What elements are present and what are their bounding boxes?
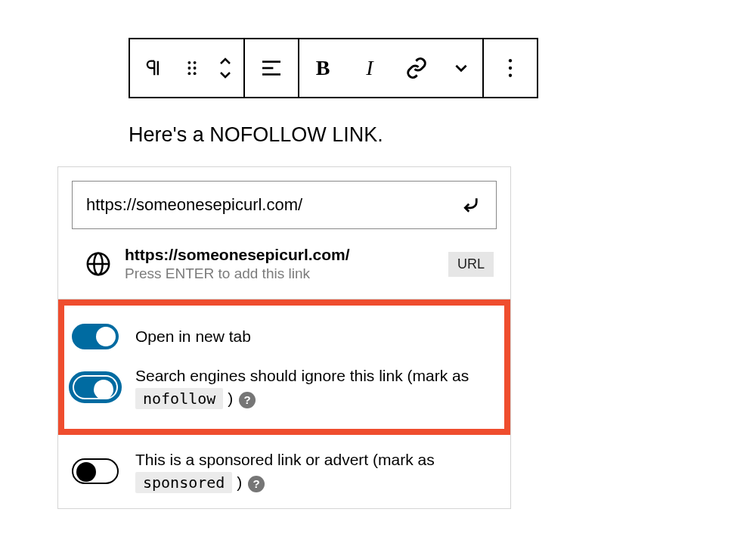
- toggle-open-new-tab[interactable]: [72, 324, 119, 349]
- help-icon[interactable]: ?: [248, 476, 265, 492]
- toggle-label-sponsored: This is a sponsored link or advert (mark…: [135, 449, 497, 495]
- enter-icon: [460, 194, 483, 216]
- toolbar-group-block: [130, 39, 245, 97]
- url-badge: URL: [448, 252, 494, 277]
- link-suggestion[interactable]: https://someonesepicurl.com/ Press ENTER…: [72, 246, 497, 299]
- globe-icon: [85, 251, 111, 277]
- svg-point-3: [194, 67, 197, 70]
- bold-button[interactable]: B: [299, 39, 346, 97]
- svg-point-11: [509, 74, 512, 77]
- url-input[interactable]: [85, 194, 457, 216]
- svg-point-1: [194, 61, 197, 64]
- svg-point-4: [187, 72, 191, 75]
- paragraph-block-button[interactable]: [130, 39, 177, 97]
- suggestion-url: https://someonesepicurl.com/: [125, 246, 441, 264]
- more-rich-text-button[interactable]: [440, 39, 482, 97]
- align-left-icon: [260, 59, 283, 77]
- help-icon[interactable]: ?: [239, 392, 256, 408]
- chevron-up-down-icon: [218, 57, 233, 79]
- italic-icon: I: [366, 56, 373, 80]
- link-settings-popover: https://someonesepicurl.com/ Press ENTER…: [57, 166, 511, 509]
- toggle-row-nofollow: Search engines should ignore this link (…: [72, 357, 497, 418]
- drag-handle-button[interactable]: [177, 39, 207, 97]
- submit-link-button[interactable]: [457, 190, 487, 220]
- more-vertical-icon: [507, 58, 513, 78]
- paragraph-icon: [143, 57, 164, 79]
- url-input-container: [72, 181, 497, 229]
- svg-point-5: [194, 72, 197, 75]
- toggle-sponsored[interactable]: [72, 458, 119, 484]
- toggle-nofollow[interactable]: [69, 371, 122, 403]
- options-button[interactable]: [484, 39, 537, 97]
- svg-point-9: [509, 59, 512, 62]
- suggestion-text: https://someonesepicurl.com/ Press ENTER…: [125, 246, 441, 282]
- svg-point-2: [187, 67, 191, 70]
- toolbar-group-options: [484, 39, 537, 97]
- italic-button[interactable]: I: [346, 39, 393, 97]
- link-button[interactable]: [393, 39, 440, 97]
- sponsored-code: sponsored: [135, 472, 232, 493]
- suggestion-hint: Press ENTER to add this link: [125, 265, 441, 282]
- nofollow-code: nofollow: [135, 388, 223, 409]
- toolbar-group-format: B I: [299, 39, 484, 97]
- paragraph-content[interactable]: Here's a NOFOLLOW LINK.: [129, 123, 383, 147]
- link-icon: [405, 57, 428, 79]
- drag-icon: [184, 59, 200, 77]
- align-button[interactable]: [245, 39, 298, 97]
- highlighted-toggles: Open in new tab Search engines should ig…: [58, 300, 510, 435]
- toggle-row-open-new-tab: Open in new tab: [72, 316, 497, 357]
- svg-point-10: [509, 67, 512, 70]
- toolbar-group-align: [245, 39, 299, 97]
- chevron-down-icon: [453, 60, 469, 76]
- svg-point-0: [187, 61, 191, 64]
- toggle-row-sponsored: This is a sponsored link or advert (mark…: [72, 435, 497, 495]
- block-toolbar: B I: [129, 38, 538, 98]
- toggle-label-open-new-tab: Open in new tab: [135, 325, 251, 348]
- move-button[interactable]: [207, 39, 243, 97]
- bold-icon: B: [316, 56, 330, 80]
- toggle-label-nofollow: Search engines should ignore this link (…: [135, 365, 497, 411]
